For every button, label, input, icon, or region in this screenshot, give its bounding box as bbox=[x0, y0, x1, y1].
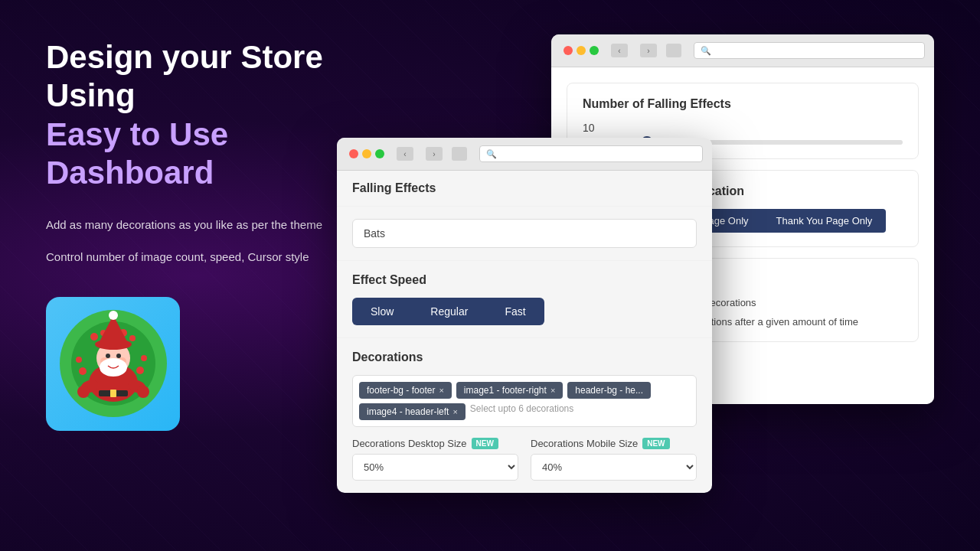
falling-effects-title: Falling Effects bbox=[337, 171, 712, 207]
address-bar[interactable]: 🔍 bbox=[694, 42, 925, 59]
tags-placeholder: Select upto 6 decorations bbox=[470, 403, 573, 420]
svg-point-26 bbox=[77, 386, 90, 398]
mobile-size-group: Decorations Mobile Size NEW 40% 25% 50% … bbox=[531, 438, 697, 481]
search-icon: 🔍 bbox=[701, 46, 711, 56]
desktop-label-text: Decorations Desktop Size bbox=[352, 438, 467, 449]
falling-effects-section: Falling Effects bbox=[337, 171, 712, 260]
main-title: Design your Store Using Easy to Use Dash… bbox=[46, 38, 337, 193]
svg-point-18 bbox=[116, 354, 121, 358]
description-2: Control number of image count, speed, Cu… bbox=[46, 248, 337, 266]
svg-rect-12 bbox=[110, 390, 116, 397]
tags-container: footer-bg - footer × image1 - footer-rig… bbox=[352, 375, 697, 427]
front-maximize-dot[interactable] bbox=[375, 149, 384, 158]
back-button[interactable]: ‹ bbox=[611, 44, 628, 57]
effect-input[interactable] bbox=[352, 219, 697, 248]
svg-point-5 bbox=[129, 335, 136, 341]
front-forward-button[interactable]: › bbox=[426, 147, 443, 161]
front-close-dot[interactable] bbox=[349, 149, 358, 158]
speed-buttons: Slow Regular Fast bbox=[352, 298, 697, 325]
desktop-size-group: Decorations Desktop Size NEW 50% 25% 75%… bbox=[352, 438, 518, 481]
description-1: Add as many decorations as you like as p… bbox=[46, 216, 337, 234]
window-controls bbox=[564, 46, 599, 55]
tag-1: footer-bg - footer × bbox=[359, 382, 452, 399]
tag-label-2: image1 - footer-right bbox=[464, 385, 547, 396]
mobile-new-badge: NEW bbox=[642, 438, 669, 449]
right-panel: ‹ › 🔍 Number of Falling Effects 10 bbox=[337, 31, 934, 520]
mobile-label-text: Decorations Mobile Size bbox=[531, 438, 638, 449]
back-titlebar: ‹ › 🔍 bbox=[551, 34, 934, 67]
tag-label-1: footer-bg - footer bbox=[367, 385, 435, 396]
mobile-size-label: Decorations Mobile Size NEW bbox=[531, 438, 697, 449]
thank-you-page-btn[interactable]: Thank You Page Only bbox=[763, 209, 887, 233]
maximize-dot[interactable] bbox=[590, 46, 599, 55]
svg-point-7 bbox=[79, 367, 87, 375]
tag-4: image4 - header-left × bbox=[359, 403, 466, 420]
forward-button[interactable]: › bbox=[640, 44, 657, 57]
decorations-title: Decorations bbox=[352, 350, 697, 364]
svg-point-6 bbox=[76, 357, 82, 363]
desktop-size-select[interactable]: 50% 25% 75% 100% bbox=[352, 454, 518, 481]
size-row: Decorations Desktop Size NEW 50% 25% 75%… bbox=[352, 438, 697, 481]
tag-label-3: header-bg - he... bbox=[575, 385, 643, 396]
title-line1: Design your Store Using bbox=[46, 39, 323, 113]
fullscreen-button[interactable] bbox=[666, 44, 681, 57]
front-window-controls bbox=[349, 149, 384, 158]
tag-remove-2[interactable]: × bbox=[550, 386, 555, 395]
front-back-button[interactable]: ‹ bbox=[397, 147, 413, 161]
tag-label-4: image4 - header-left bbox=[367, 406, 449, 417]
svg-point-9 bbox=[136, 367, 144, 374]
svg-point-2 bbox=[90, 333, 98, 341]
tag-3: header-bg - he... bbox=[567, 382, 651, 399]
santa-illustration bbox=[56, 306, 171, 421]
svg-point-23 bbox=[112, 360, 122, 366]
fast-btn[interactable]: Fast bbox=[486, 298, 544, 325]
slider-value: 10 bbox=[583, 122, 903, 134]
desktop-size-label: Decorations Desktop Size NEW bbox=[352, 438, 518, 449]
falling-effects-content bbox=[337, 207, 712, 260]
speed-title: Effect Speed bbox=[352, 273, 697, 287]
slow-btn[interactable]: Slow bbox=[352, 298, 412, 325]
front-search-icon: 🔍 bbox=[486, 149, 497, 159]
close-dot[interactable] bbox=[564, 46, 573, 55]
svg-point-27 bbox=[137, 386, 149, 398]
svg-point-8 bbox=[141, 355, 147, 361]
front-minimize-dot[interactable] bbox=[362, 149, 371, 158]
front-address-bar[interactable]: 🔍 bbox=[479, 145, 703, 162]
desktop-new-badge: NEW bbox=[472, 438, 498, 449]
regular-btn[interactable]: Regular bbox=[412, 298, 486, 325]
front-browser-window: ‹ › 🔍 Falling Effects Effect Speed Slow bbox=[337, 138, 712, 493]
left-panel: Design your Store Using Easy to Use Dash… bbox=[46, 31, 337, 431]
santa-image bbox=[46, 297, 180, 431]
tag-2: image1 - footer-right × bbox=[456, 382, 563, 399]
tag-remove-1[interactable]: × bbox=[439, 386, 443, 395]
svg-point-17 bbox=[106, 354, 110, 358]
svg-point-16 bbox=[109, 311, 118, 320]
tag-remove-4[interactable]: × bbox=[452, 407, 457, 416]
front-fullscreen-button[interactable] bbox=[452, 147, 467, 161]
minimize-dot[interactable] bbox=[577, 46, 586, 55]
front-titlebar: ‹ › 🔍 bbox=[337, 138, 712, 171]
slider-title: Number of Falling Effects bbox=[583, 97, 903, 111]
title-line2: Easy to Use Dashboard bbox=[46, 116, 228, 191]
effect-speed-section: Effect Speed Slow Regular Fast bbox=[337, 260, 712, 337]
decorations-section: Decorations footer-bg - footer × image1 … bbox=[337, 337, 712, 493]
mobile-size-select[interactable]: 40% 25% 50% 75% bbox=[531, 454, 697, 481]
